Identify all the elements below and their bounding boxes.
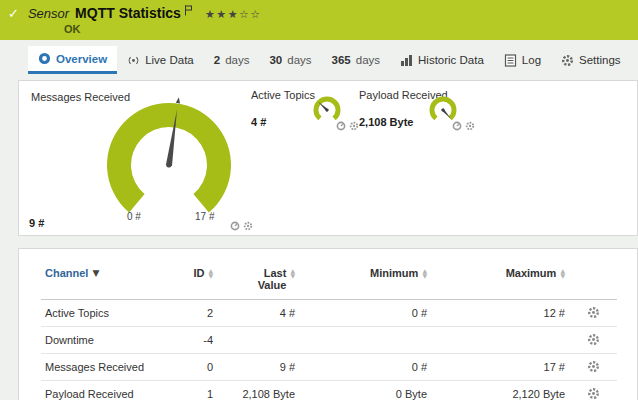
tab-2-days[interactable]: 2 days <box>204 46 260 74</box>
status-ok-check-icon: ✓ <box>8 6 19 21</box>
channel-table-panel: Channel ▼ ID ▲▼ Last Value ▲▼ <box>18 248 638 400</box>
tab-30-days[interactable]: 30 days <box>259 46 321 74</box>
active-topics-gauge-block: Active Topics 4 # <box>251 89 359 139</box>
gauge-settings-gear-icon[interactable] <box>465 121 475 131</box>
payload-received-gauge-block: Payload Received 2,108 Byte <box>359 89 475 139</box>
gauge-current-value: 4 # <box>251 116 266 128</box>
channel-id: 0 <box>167 354 217 381</box>
channel-minimum: 0 # <box>299 354 431 381</box>
sort-arrows-icon: ▲▼ <box>208 268 213 278</box>
column-header-last-value[interactable]: Last Value ▲▼ <box>217 263 299 300</box>
column-header-label: Maximum <box>506 267 557 279</box>
sort-arrows-icon: ▲▼ <box>560 268 565 278</box>
historic-data-icon <box>400 54 413 67</box>
status-badge: OK <box>64 23 630 35</box>
messages-received-gauge-block: Messages Received 0 # 17 # 9 # <box>29 87 259 237</box>
channel-maximum: 2,120 Byte <box>431 381 569 400</box>
overview-gauges-panel: Messages Received 0 # 17 # 9 # Active To… <box>18 80 638 236</box>
tab-label: Settings <box>579 54 621 66</box>
gauge-toolbar <box>336 121 359 131</box>
channel-last-value: 4 # <box>217 300 299 327</box>
column-header-label: ID <box>193 267 204 279</box>
channel-settings-icon[interactable] <box>587 333 600 348</box>
gauge-pin-icon[interactable] <box>336 121 346 131</box>
table-row: Payload Received 1 2,108 Byte 0 Byte 2,1… <box>41 381 617 400</box>
column-header-minimum[interactable]: Minimum ▲▼ <box>299 263 431 300</box>
live-data-icon <box>127 54 140 67</box>
channel-minimum: 0 # <box>299 300 431 327</box>
tab-label-number: 365 <box>332 54 351 66</box>
overview-icon <box>38 52 51 65</box>
page-title: MQTT Statistics <box>75 5 181 21</box>
gauge-pin-icon[interactable] <box>230 221 240 231</box>
column-header-channel[interactable]: Channel ▼ <box>41 263 167 300</box>
sensor-rating-stars[interactable]: ★★★☆☆ <box>205 8 262 21</box>
column-header-label: Channel <box>45 267 88 279</box>
gauge-scale-min: 0 # <box>127 211 141 222</box>
sort-arrows-icon: ▲▼ <box>290 268 295 278</box>
sort-arrows-icon: ▲▼ <box>422 268 427 278</box>
table-row: Active Topics 2 4 # 0 # 12 # <box>41 300 617 327</box>
gauge-current-value: 2,108 Byte <box>359 116 413 128</box>
tab-log[interactable]: Log <box>494 46 551 74</box>
channel-name: Active Topics <box>41 300 167 327</box>
tab-overview[interactable]: Overview <box>28 46 117 74</box>
log-icon <box>504 54 517 67</box>
column-header-id[interactable]: ID ▲▼ <box>167 263 217 300</box>
gauge-settings-gear-icon[interactable] <box>349 121 359 131</box>
channel-last-value: 9 # <box>217 354 299 381</box>
channel-name: Downtime <box>41 327 167 354</box>
channel-table-body: Active Topics 2 4 # 0 # 12 # Downtime -4 <box>41 300 617 400</box>
channel-id: 1 <box>167 381 217 400</box>
column-header-tools <box>569 263 617 300</box>
column-header-label: Last Value <box>252 267 286 291</box>
channel-name: Payload Received <box>41 381 167 400</box>
tab-label: Historic Data <box>418 54 484 66</box>
channel-last-value: 2,108 Byte <box>217 381 299 400</box>
channel-maximum: 17 # <box>431 354 569 381</box>
sensor-type-label: Sensor <box>28 6 69 21</box>
table-row: Downtime -4 <box>41 327 617 354</box>
gauge-scale-max: 17 # <box>195 211 214 222</box>
gauge-settings-gear-icon[interactable] <box>243 221 253 231</box>
channel-name: Messages Received <box>41 354 167 381</box>
channel-id: -4 <box>167 327 217 354</box>
tab-label-number: 2 <box>214 54 220 66</box>
channel-settings-icon[interactable] <box>587 387 600 400</box>
tab-label: Log <box>522 54 541 66</box>
channel-last-value <box>217 327 299 354</box>
gauge-title: Active Topics <box>251 89 315 101</box>
tab-settings[interactable]: Settings <box>551 46 631 74</box>
tab-label: Overview <box>56 53 107 65</box>
tab-label: days <box>225 54 249 66</box>
gauge-current-value: 9 # <box>29 217 44 229</box>
gauge-toolbar <box>230 221 253 231</box>
channel-maximum <box>431 327 569 354</box>
priority-flag-icon[interactable] <box>184 5 193 18</box>
tab-label: Live Data <box>145 54 194 66</box>
channel-table: Channel ▼ ID ▲▼ Last Value ▲▼ <box>41 263 617 400</box>
column-header-maximum[interactable]: Maximum ▲▼ <box>431 263 569 300</box>
channel-minimum: 0 Byte <box>299 381 431 400</box>
column-header-label: Minimum <box>370 267 418 279</box>
tab-label-number: 30 <box>269 54 282 66</box>
settings-gear-icon <box>561 54 574 67</box>
channel-settings-icon[interactable] <box>587 360 600 375</box>
channel-id: 2 <box>167 300 217 327</box>
channel-settings-icon[interactable] <box>587 306 600 321</box>
tab-live-data[interactable]: Live Data <box>117 46 204 74</box>
tab-historic-data[interactable]: Historic Data <box>390 46 494 74</box>
tab-label: days <box>287 54 311 66</box>
gauge-toolbar <box>452 121 475 131</box>
table-row: Messages Received 0 9 # 0 # 17 # <box>41 354 617 381</box>
gauge-pin-icon[interactable] <box>452 121 462 131</box>
sensor-tab-bar: Overview Live Data 2 days 30 days 365 da… <box>28 46 638 74</box>
sensor-header-bar: ✓ Sensor MQTT Statistics ★★★☆☆ OK <box>0 0 638 40</box>
channel-minimum <box>299 327 431 354</box>
channel-maximum: 12 # <box>431 300 569 327</box>
sort-caret-icon: ▼ <box>92 267 99 279</box>
tab-365-days[interactable]: 365 days <box>322 46 390 74</box>
messages-received-gauge <box>84 87 254 227</box>
tab-label: days <box>356 54 380 66</box>
